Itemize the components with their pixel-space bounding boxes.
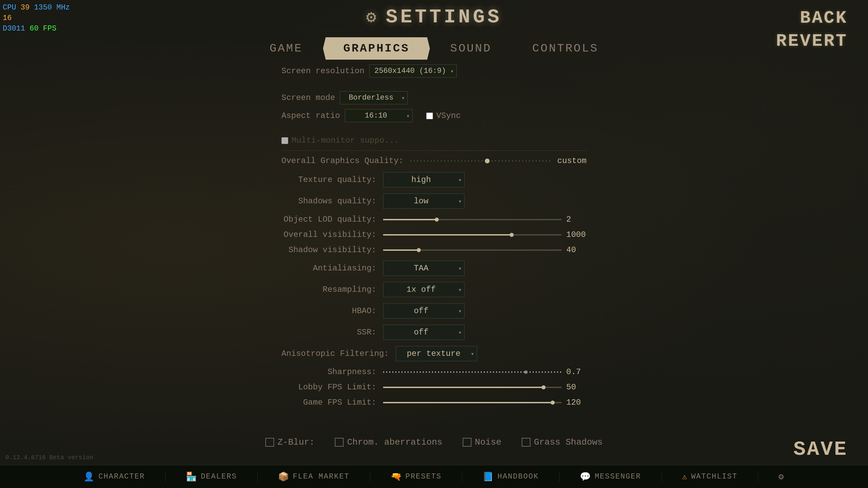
overall-quality-value: custom xyxy=(557,156,587,165)
overall-quality-track xyxy=(410,161,551,161)
game-fps-label: Game FPS Limit: xyxy=(281,398,376,407)
tab-game[interactable]: GAME xyxy=(249,37,323,60)
chrom-aberrations-checkbox[interactable] xyxy=(335,438,344,447)
ssr-label: SSR: xyxy=(281,328,376,337)
shadow-visibility-value: 40 xyxy=(566,245,587,255)
shadow-visibility-row: Shadow visibility: 40 xyxy=(281,245,587,255)
resolution-select-wrapper: 868x488 (16:9) xyxy=(369,64,457,78)
hbao-select[interactable]: off xyxy=(383,303,465,319)
taskbar-character[interactable]: 👤 CHARACTER xyxy=(83,471,145,482)
presets-icon: 🔫 xyxy=(391,471,402,482)
ssr-select[interactable]: off xyxy=(383,325,465,340)
aspect-ratio-row: Aspect ratio 16:10 VSync Multi-monitor s… xyxy=(281,109,587,145)
game-fps-slider-fill xyxy=(383,402,553,403)
shadows-quality-label: Shadows quality: xyxy=(281,197,376,206)
tab-graphics[interactable]: GRAPHICS xyxy=(323,37,430,60)
taskbar-dealers[interactable]: 🏪 DEALERS xyxy=(186,471,237,482)
antialiasing-row: Antialiasing: TAA xyxy=(281,261,587,276)
zblur-checkbox[interactable] xyxy=(265,438,274,447)
noise-checkbox[interactable] xyxy=(463,438,472,447)
taskbar-sep-5 xyxy=(559,472,559,482)
vsync-checkbox[interactable] xyxy=(426,113,433,119)
texture-quality-row: Texture quality: high xyxy=(281,172,587,187)
tab-controls[interactable]: CONTROLS xyxy=(512,37,619,60)
overall-quality-label: Overall Graphics Quality: xyxy=(281,156,403,165)
game-fps-slider[interactable] xyxy=(383,402,561,403)
lobby-fps-slider-thumb xyxy=(541,385,546,389)
taskbar-sep-3 xyxy=(370,472,370,482)
save-button[interactable]: SAVE xyxy=(793,438,848,461)
taskbar-sep-7 xyxy=(758,472,758,482)
lod-slider[interactable] xyxy=(383,219,561,220)
taskbar-sep-2 xyxy=(257,472,258,482)
screen-mode-select[interactable]: Borderless xyxy=(340,91,408,104)
zblur-label: Z-Blur: xyxy=(278,437,315,447)
lobby-fps-slider[interactable] xyxy=(383,387,561,388)
divider-1 xyxy=(281,150,587,151)
revert-button[interactable]: REVERT xyxy=(776,30,848,53)
lobby-fps-slider-container: 50 xyxy=(383,383,587,392)
lod-quality-label: Object LOD quality: xyxy=(281,215,376,224)
taskbar-watchlist[interactable]: ⚠ WATCHLIST xyxy=(682,472,737,482)
hud-d3011-label: D3011 xyxy=(3,24,25,33)
visibility-slider-thumb xyxy=(510,233,514,237)
resampling-select-wrapper: 1x off xyxy=(383,282,465,297)
messenger-icon: 💬 xyxy=(580,471,591,482)
overall-quality-slider[interactable] xyxy=(410,158,551,164)
aspect-ratio-label: Aspect ratio xyxy=(281,111,340,120)
back-button[interactable]: BACK xyxy=(776,7,848,30)
hud-cpu-label: CPU xyxy=(3,3,16,12)
hud-mem-val: 16 xyxy=(3,14,12,22)
ssr-control: off xyxy=(383,325,587,340)
visibility-slider-container: 1000 xyxy=(383,230,587,239)
tab-sound[interactable]: SOUND xyxy=(430,37,512,60)
overall-quality-thumb xyxy=(485,159,490,163)
shadow-visibility-slider-fill xyxy=(383,249,419,251)
shadows-quality-control: low xyxy=(383,194,587,209)
aspect-ratio-select[interactable]: 16:10 xyxy=(345,109,413,122)
vsync-group: VSync xyxy=(426,111,461,120)
sharpness-slider[interactable] xyxy=(383,371,561,373)
antialiasing-label: Antialiasing: xyxy=(281,264,376,273)
sharpness-row: Sharpness: 0.7 xyxy=(281,367,587,377)
resampling-select[interactable]: 1x off xyxy=(383,282,465,297)
visibility-slider[interactable] xyxy=(383,234,561,236)
antialiasing-select-wrapper: TAA xyxy=(383,261,465,276)
screen-settings-row: Screen resolution 868x488 (16:9) Scree… xyxy=(281,64,587,104)
lobby-fps-slider-fill xyxy=(383,387,544,388)
game-fps-slider-container: 120 xyxy=(383,398,587,407)
zblur-cb-item: Z-Blur: xyxy=(265,437,315,447)
taskbar-messenger[interactable]: 💬 MESSENGER xyxy=(580,471,641,482)
lod-slider-thumb xyxy=(435,218,439,222)
visibility-slider-fill xyxy=(383,234,512,236)
game-fps-control: 120 xyxy=(383,398,587,407)
taskbar-sep-6 xyxy=(662,472,662,482)
antialiasing-select[interactable]: TAA xyxy=(383,261,465,276)
character-icon: 👤 xyxy=(83,471,95,482)
screen-mode-select-wrapper: Borderless xyxy=(340,91,408,104)
hud-row-mem: 16 xyxy=(3,13,70,24)
taskbar-handbook[interactable]: 📘 HANDBOOK xyxy=(482,471,539,482)
ssr-row: SSR: off xyxy=(281,325,587,340)
resolution-select[interactable]: 868x488 (16:9) xyxy=(369,64,457,78)
top-right-buttons: BACK REVERT xyxy=(776,7,848,53)
checkbox-row: Z-Blur: Chrom. aberrations Noise Grass S… xyxy=(265,437,603,447)
lobby-fps-row: Lobby FPS Limit: 50 xyxy=(281,383,587,392)
overall-visibility-label: Overall visibility: xyxy=(281,230,376,239)
sharpness-slider-container: 0.7 xyxy=(383,367,587,377)
shadow-visibility-slider[interactable] xyxy=(383,249,561,251)
taskbar-presets[interactable]: 🔫 PRESETS xyxy=(391,471,441,482)
grass-shadows-cb-item: Grass Shadows xyxy=(522,437,603,447)
multimonitor-checkbox[interactable] xyxy=(281,137,288,144)
multimonitor-label: Multi-monitor suppo... xyxy=(292,136,399,145)
taskbar-settings[interactable]: ⚙ xyxy=(778,471,785,482)
screen-mode-label: Screen mode xyxy=(281,93,335,102)
anisotropic-control: per texture xyxy=(396,346,587,361)
grass-shadows-checkbox[interactable] xyxy=(522,438,531,447)
sharpness-thumb xyxy=(524,370,528,374)
anisotropic-select[interactable]: per texture xyxy=(396,346,477,361)
hud-fps-label: FPS xyxy=(43,24,57,33)
shadows-quality-select[interactable]: low xyxy=(383,194,465,209)
texture-quality-select[interactable]: high xyxy=(383,172,465,187)
taskbar-flea-market[interactable]: 📦 FLEA MARKET xyxy=(278,471,350,482)
